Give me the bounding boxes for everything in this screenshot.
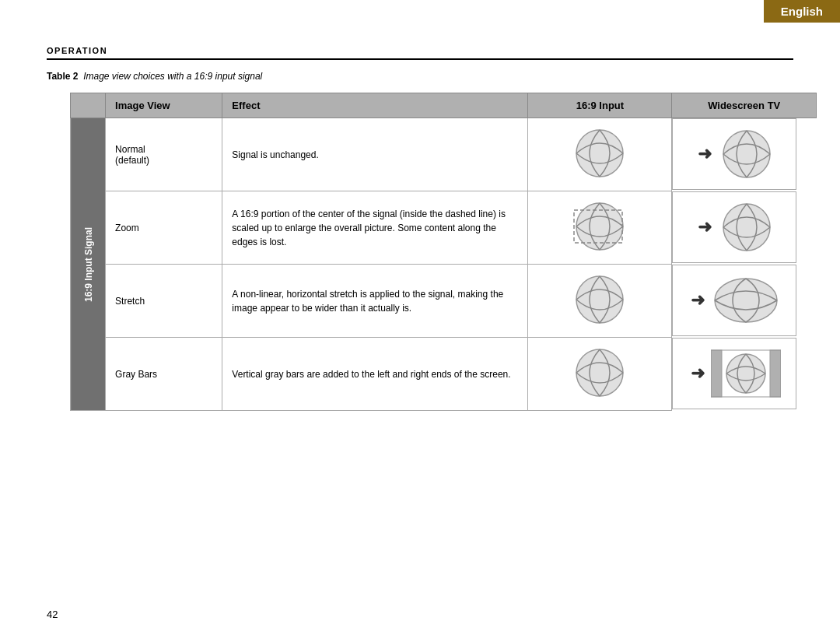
table-row: Gray Bars Vertical gray bars are added t… [71, 338, 817, 411]
visual-zoom-input [528, 191, 672, 265]
basketball-zoom-output-icon [719, 200, 774, 254]
arrow-normal-icon: ➜ [698, 144, 712, 164]
row-label-16-9: 16:9 Input Signal [71, 118, 106, 411]
svg-point-1 [723, 131, 770, 177]
table-row: Zoom A 16:9 portion of the center of the… [71, 191, 817, 265]
image-view-table: Image View Effect 16:9 Input Widescreen … [70, 93, 817, 411]
effect-zoom: A 16:9 portion of the center of the sign… [222, 191, 528, 265]
image-view-zoom: Zoom [106, 191, 222, 265]
operation-label: Operation [47, 46, 107, 55]
col-header-effect: Effect [222, 93, 528, 118]
col-header-image-view: Image View [106, 93, 222, 118]
svg-point-6 [715, 279, 777, 322]
operation-section: Operation [47, 43, 793, 60]
visual-graybars-input [528, 338, 672, 411]
effect-stretch: A non-linear, horizontal stretch is appl… [222, 265, 528, 338]
svg-point-4 [723, 204, 770, 251]
table-row: 16:9 Input Signal Normal(default) Signal… [71, 118, 817, 191]
svg-point-0 [576, 130, 623, 177]
svg-point-5 [576, 276, 623, 323]
svg-rect-9 [770, 350, 781, 397]
basketball-normal-input-icon [572, 126, 627, 181]
english-tab: English [764, 0, 840, 23]
page-number: 42 [47, 609, 58, 620]
basketball-stretch-input-icon [572, 272, 627, 327]
basketball-normal-output-icon [719, 127, 774, 181]
table-caption-text: Image view choices with a 16:9 input sig… [83, 71, 262, 82]
visual-normal-output: ➜ [672, 118, 796, 190]
effect-graybars: Vertical gray bars are added to the left… [222, 338, 528, 411]
operation-divider [47, 58, 793, 60]
table-caption: Table 2 Image view choices with a 16:9 i… [47, 71, 793, 82]
arrow-stretch-icon: ➜ [691, 290, 705, 310]
visual-zoom-output: ➜ [672, 191, 796, 263]
basketball-graybars-output-icon [711, 346, 781, 401]
visual-stretch-output: ➜ [672, 265, 796, 336]
effect-normal: Signal is unchanged. [222, 118, 528, 191]
visual-normal-input [528, 118, 672, 191]
svg-point-7 [576, 349, 623, 396]
visual-stretch-input [528, 265, 672, 338]
image-view-graybars: Gray Bars [106, 338, 222, 411]
svg-rect-8 [711, 350, 722, 397]
svg-point-11 [726, 354, 765, 393]
table-row: Stretch A non-linear, horizontal stretch… [71, 265, 817, 338]
arrow-zoom-icon: ➜ [698, 217, 712, 237]
basketball-zoom-input-icon [565, 199, 635, 254]
arrow-graybars-icon: ➜ [691, 363, 705, 384]
basketball-stretch-output-icon [711, 273, 781, 328]
col-header-input: 16:9 Input [528, 93, 672, 118]
col-header-widescreen: Widescreen TV [672, 93, 817, 118]
table-label: Table 2 [47, 71, 78, 82]
image-view-normal: Normal(default) [106, 118, 222, 191]
visual-graybars-output: ➜ [672, 338, 796, 409]
image-view-stretch: Stretch [106, 265, 222, 338]
basketball-graybars-input-icon [572, 346, 627, 400]
